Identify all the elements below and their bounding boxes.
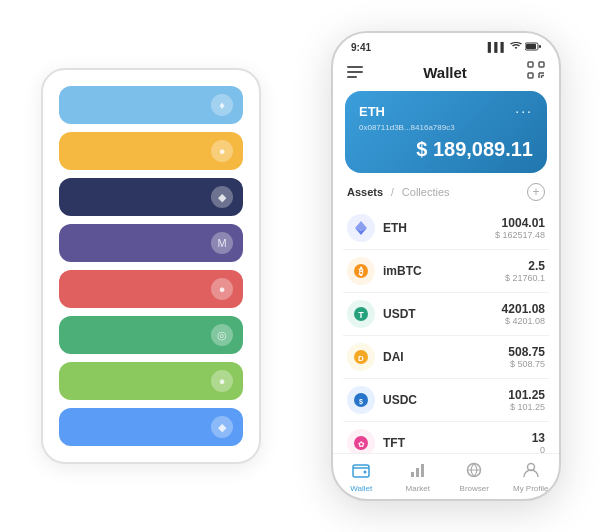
eth-card-name: ETH	[359, 104, 385, 119]
nav-browser[interactable]: Browser	[446, 462, 503, 493]
asset-amount: 2.5	[505, 259, 545, 273]
asset-usd: 0	[532, 445, 545, 453]
nav-wallet-label: Wallet	[350, 484, 372, 493]
page-title: Wallet	[423, 64, 467, 81]
svg-rect-26	[421, 464, 424, 477]
eth-card-address: 0x08711d3B...8416a789c3	[359, 123, 533, 132]
eth-card-balance: $ 189,089.11	[359, 138, 533, 161]
wifi-icon	[510, 41, 522, 53]
card-item[interactable]: ●	[59, 132, 243, 170]
list-item[interactable]: ₿ imBTC 2.5 $ 21760.1	[343, 250, 549, 293]
card-item[interactable]: ◆	[59, 178, 243, 216]
asset-symbol: imBTC	[383, 264, 505, 278]
list-item[interactable]: $ USDC 101.25 $ 101.25	[343, 379, 549, 422]
tab-divider: /	[391, 187, 394, 198]
list-item[interactable]: T USDT 4201.08 $ 4201.08	[343, 293, 549, 336]
assets-header: Assets / Collecties +	[333, 183, 559, 207]
profile-nav-icon	[522, 462, 540, 482]
asset-symbol: USDT	[383, 307, 502, 321]
svg-rect-3	[528, 62, 533, 67]
asset-list: ETH 1004.01 $ 162517.48 ₿ imBTC 2.5 $ 21…	[333, 207, 559, 453]
card-stack: ♦ ● ◆ M ● ◎ ● ◆	[41, 68, 261, 464]
market-nav-icon	[409, 462, 427, 482]
status-icons: ▌▌▌	[488, 41, 541, 53]
wallet-nav-icon	[352, 462, 370, 482]
asset-amounts: 1004.01 $ 162517.48	[495, 216, 545, 240]
eth-card-header: ETH ···	[359, 103, 533, 119]
card-item[interactable]: ♦	[59, 86, 243, 124]
asset-amounts: 101.25 $ 101.25	[508, 388, 545, 412]
asset-amount: 101.25	[508, 388, 545, 402]
nav-wallet[interactable]: Wallet	[333, 462, 390, 493]
svg-rect-22	[353, 465, 369, 477]
svg-text:T: T	[358, 310, 364, 320]
card-icon: ●	[211, 140, 233, 162]
usdt-icon: T	[347, 300, 375, 328]
tft-icon: ✿	[347, 429, 375, 453]
card-icon: ♦	[211, 94, 233, 116]
asset-usd: $ 21760.1	[505, 273, 545, 283]
list-item[interactable]: ✿ TFT 13 0	[343, 422, 549, 453]
svg-rect-24	[411, 472, 414, 477]
asset-amounts: 2.5 $ 21760.1	[505, 259, 545, 283]
asset-amount: 1004.01	[495, 216, 545, 230]
nav-browser-label: Browser	[460, 484, 489, 493]
scan-icon[interactable]	[527, 61, 545, 83]
asset-symbol: TFT	[383, 436, 532, 450]
asset-amounts: 4201.08 $ 4201.08	[502, 302, 545, 326]
card-item[interactable]: ◆	[59, 408, 243, 446]
svg-text:D: D	[358, 354, 364, 363]
battery-icon	[525, 42, 541, 53]
asset-amount: 4201.08	[502, 302, 545, 316]
bottom-nav: Wallet Market	[333, 453, 559, 499]
asset-symbol: USDC	[383, 393, 508, 407]
nav-profile[interactable]: My Profile	[503, 462, 560, 493]
asset-usd: $ 508.75	[508, 359, 545, 369]
asset-amount: 508.75	[508, 345, 545, 359]
asset-symbol: DAI	[383, 350, 508, 364]
svg-rect-1	[526, 44, 536, 49]
asset-usd: $ 101.25	[508, 402, 545, 412]
card-item[interactable]: M	[59, 224, 243, 262]
card-item[interactable]: ◎	[59, 316, 243, 354]
svg-rect-4	[539, 62, 544, 67]
phone-header: Wallet	[333, 57, 559, 91]
status-bar: 9:41 ▌▌▌	[333, 33, 559, 57]
svg-rect-5	[528, 73, 533, 78]
asset-usd: $ 162517.48	[495, 230, 545, 240]
svg-rect-2	[539, 45, 541, 48]
eth-card-options[interactable]: ···	[515, 103, 533, 119]
card-icon: ●	[211, 370, 233, 392]
card-icon: ◆	[211, 416, 233, 438]
dai-icon: D	[347, 343, 375, 371]
card-icon: ●	[211, 278, 233, 300]
menu-icon[interactable]	[347, 66, 363, 78]
svg-text:✿: ✿	[358, 440, 365, 449]
svg-rect-25	[416, 468, 419, 477]
signal-icon: ▌▌▌	[488, 42, 507, 52]
card-item[interactable]: ●	[59, 270, 243, 308]
list-item[interactable]: ETH 1004.01 $ 162517.48	[343, 207, 549, 250]
card-icon: M	[211, 232, 233, 254]
add-asset-button[interactable]: +	[527, 183, 545, 201]
nav-market[interactable]: Market	[390, 462, 447, 493]
tab-collecties[interactable]: Collecties	[402, 186, 450, 198]
eth-card[interactable]: ETH ··· 0x08711d3B...8416a789c3 $ 189,08…	[345, 91, 547, 173]
asset-amounts: 13 0	[532, 431, 545, 453]
card-item[interactable]: ●	[59, 362, 243, 400]
assets-tabs: Assets / Collecties	[347, 186, 450, 198]
asset-amount: 13	[532, 431, 545, 445]
browser-nav-icon	[465, 462, 483, 482]
status-time: 9:41	[351, 42, 371, 53]
svg-text:$: $	[359, 398, 363, 406]
list-item[interactable]: D DAI 508.75 $ 508.75	[343, 336, 549, 379]
asset-amounts: 508.75 $ 508.75	[508, 345, 545, 369]
balance-value: $ 189,089.11	[416, 138, 533, 160]
imbtc-icon: ₿	[347, 257, 375, 285]
phone-mockup: 9:41 ▌▌▌	[331, 31, 561, 501]
tab-assets[interactable]: Assets	[347, 186, 383, 198]
usdc-icon: $	[347, 386, 375, 414]
card-icon: ◎	[211, 324, 233, 346]
asset-symbol: ETH	[383, 221, 495, 235]
svg-point-23	[364, 471, 367, 474]
